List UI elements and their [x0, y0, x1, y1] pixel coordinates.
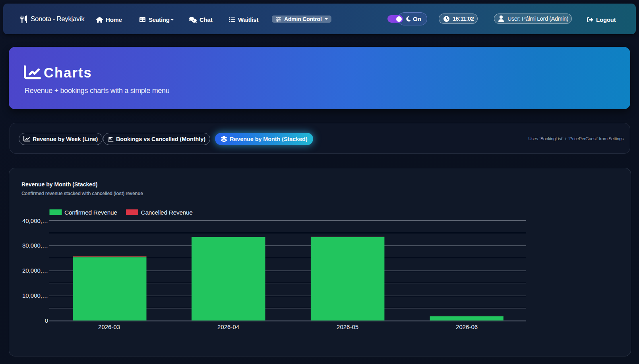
svg-text:2026-04: 2026-04	[217, 323, 239, 330]
svg-text:40,000,…: 40,000,…	[22, 217, 48, 224]
svg-text:0: 0	[45, 317, 48, 324]
svg-text:Confirmed Revenue: Confirmed Revenue	[64, 209, 117, 216]
svg-text:2026-03: 2026-03	[98, 323, 120, 330]
svg-text:10,000,…: 10,000,…	[22, 292, 48, 299]
svg-text:30,000,…: 30,000,…	[22, 242, 48, 249]
svg-text:2026-05: 2026-05	[337, 323, 358, 330]
svg-text:2026-06: 2026-06	[456, 323, 478, 330]
svg-text:Cancelled Revenue: Cancelled Revenue	[141, 209, 193, 216]
svg-text:20,000,…: 20,000,…	[22, 267, 48, 274]
